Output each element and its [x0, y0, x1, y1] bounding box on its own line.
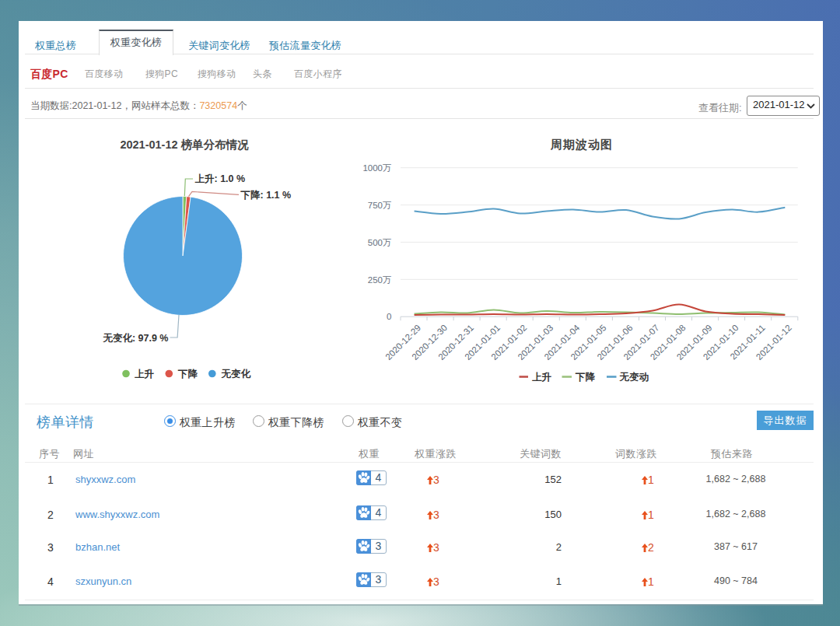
svg-text:下降: 下降: [575, 372, 596, 383]
svg-text:周期波动图: 周期波动图: [550, 138, 613, 151]
svg-text:750万: 750万: [368, 201, 392, 210]
svg-text:1000万: 1000万: [362, 163, 391, 173]
svg-text:下降: 1.1 %: 下降: 1.1 %: [240, 190, 292, 201]
svg-text:无变动: 无变动: [619, 372, 649, 383]
svg-text:无变化: 无变化: [221, 369, 251, 379]
svg-text:上升: 上升: [135, 369, 155, 379]
svg-text:250万: 250万: [368, 275, 392, 285]
svg-text:上升: 上升: [532, 372, 552, 383]
svg-text:2021-01-12 榜单分布情况: 2021-01-12 榜单分布情况: [120, 138, 249, 151]
svg-text:0: 0: [387, 312, 391, 321]
svg-text:无变化: 97.9 %: 无变化: 97.9 %: [102, 333, 168, 344]
svg-text:下降: 下降: [177, 369, 198, 379]
svg-text:上升: 1.0 %: 上升: 1.0 %: [195, 173, 246, 184]
svg-text:500万: 500万: [368, 238, 392, 247]
